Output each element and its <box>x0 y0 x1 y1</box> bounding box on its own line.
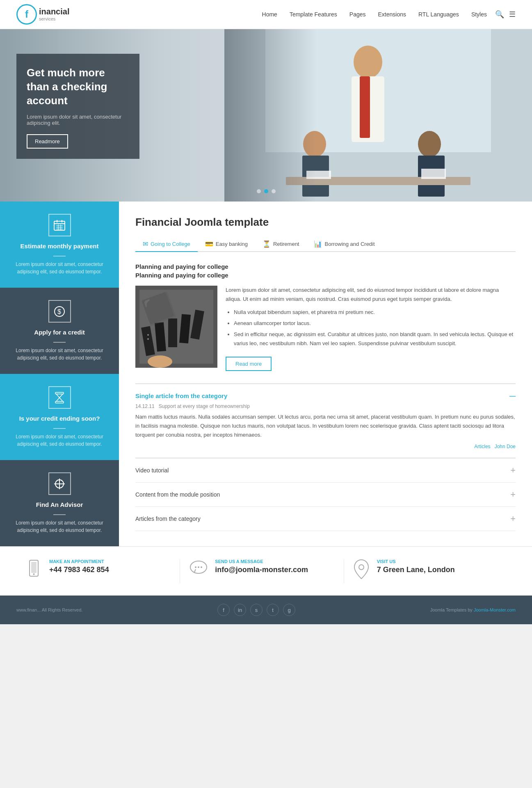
read-more-button[interactable]: Read more <box>226 357 272 371</box>
crosshair-icon <box>48 472 71 495</box>
accordion-articles-label: Articles from the category <box>135 515 201 522</box>
nav-template-features[interactable]: Template Features <box>290 11 337 18</box>
sidebar-divider-4 <box>53 514 66 515</box>
tab-college[interactable]: ✉ Going to College <box>135 237 198 252</box>
hero-dots <box>257 189 276 193</box>
single-article-subtitle: Support at every stage of homeownership <box>159 403 250 409</box>
svg-rect-23 <box>55 392 64 394</box>
single-article-text: Nam mattis luctus mauris. Nulla sodales … <box>135 412 516 440</box>
tab-banking-label: Easy banking <box>216 241 248 247</box>
single-article-meta: Articles John Doe <box>135 444 516 449</box>
article-bullets: Nulla volutpat bibendum sapien, et phare… <box>234 308 516 348</box>
bullet-3: Sed in efficitur neque, ac dignissim est… <box>234 330 516 348</box>
nav-icons: 🔍 ☰ <box>495 10 516 19</box>
main-nav: Home Template Features Pages Extensions … <box>262 11 487 18</box>
nav-pages[interactable]: Pages <box>349 11 366 18</box>
logo-icon: f <box>16 4 37 25</box>
footer-message-value: info@joomla-monster.com <box>215 566 308 574</box>
tab-borrowing[interactable]: 📊 Borrowing and Credit <box>306 237 382 252</box>
sidebar-item-ending[interactable]: Is your credit ending soon? Lorem ipsum … <box>0 374 119 460</box>
sidebar-item-4-title: Find An Advisor <box>36 501 83 508</box>
tab-retirement[interactable]: ⏳ Retirement <box>255 237 307 252</box>
footer-appointment-label: MAKE AN APPOINTMENT <box>49 559 109 564</box>
content-tabs: ✉ Going to College 💳 Easy banking ⏳ Reti… <box>135 237 516 252</box>
footer-info: MAKE AN APPOINTMENT +44 7983 462 854 SEN… <box>0 546 532 596</box>
svg-point-40 <box>33 573 35 575</box>
sidebar-item-2-text: Lorem ipsum dolor sit amet, consectetur … <box>10 347 109 362</box>
hero-subtitle: Lorem ipsum dolor sit amet, consectetur … <box>27 114 129 126</box>
nav-extensions[interactable]: Extensions <box>378 11 406 18</box>
logo-text: inancial services <box>39 7 69 22</box>
accordion-articles-header[interactable]: Articles from the category + <box>135 507 516 531</box>
bullet-1: Nulla volutpat bibendum sapien, et phare… <box>234 308 516 317</box>
svg-rect-6 <box>302 156 329 197</box>
hero-image <box>224 29 532 202</box>
hero-title: Get much more than a checking account <box>27 66 129 108</box>
social-twitter[interactable]: t <box>267 604 279 616</box>
svg-rect-32 <box>168 318 177 347</box>
sidebar: Estimate monthly payment Lorem ipsum dol… <box>0 202 119 546</box>
accordion-section: Video tutorial + Content from the module… <box>135 458 516 531</box>
tab-college-label: Going to College <box>151 241 190 247</box>
tab-banking[interactable]: 💳 Easy banking <box>198 237 255 252</box>
hero-readmore-button[interactable]: Readmore <box>27 134 68 149</box>
svg-rect-10 <box>306 171 331 179</box>
footer-attribution: Joomla Templates by Joomla-Monster.com <box>430 607 516 612</box>
hourglass-icon <box>48 386 71 409</box>
svg-rect-24 <box>55 401 64 403</box>
accordion-video-header[interactable]: Video tutorial + <box>135 458 516 482</box>
menu-icon[interactable]: ☰ <box>509 10 516 19</box>
footer-copyright: www.finan... All Rights Reserved. <box>16 607 82 612</box>
footer-attribution-link[interactable]: Joomla-Monster.com <box>474 607 516 612</box>
svg-point-7 <box>418 131 441 157</box>
social-google[interactable]: g <box>283 604 295 616</box>
svg-point-36 <box>147 338 149 340</box>
sidebar-item-estimate[interactable]: Estimate monthly payment Lorem ipsum dol… <box>0 202 119 288</box>
accordion-articles-toggle[interactable]: + <box>510 514 516 523</box>
footer-visit-value: 7 Green Lane, London <box>377 566 455 574</box>
svg-rect-9 <box>286 177 470 185</box>
nav-rtl[interactable]: RTL Languages <box>418 11 459 18</box>
dot-3[interactable] <box>272 189 276 193</box>
svg-point-45 <box>359 565 364 570</box>
collapse-icon[interactable]: — <box>509 392 516 399</box>
dot-2[interactable] <box>264 189 268 193</box>
svg-point-35 <box>147 334 149 336</box>
social-linkedin[interactable]: in <box>234 604 246 616</box>
svg-point-2 <box>354 46 382 78</box>
tab-banking-icon: 💳 <box>205 240 213 248</box>
sidebar-item-advisor[interactable]: Find An Advisor Lorem ipsum dolor sit am… <box>0 460 119 546</box>
accordion-module-toggle[interactable]: + <box>510 490 516 499</box>
accordion-video-label: Video tutorial <box>135 467 169 474</box>
nav-styles[interactable]: Styles <box>471 11 487 18</box>
social-skype[interactable]: s <box>250 604 263 616</box>
accordion-video-toggle[interactable]: + <box>510 466 516 475</box>
header: f inancial services Home Template Featur… <box>0 0 532 29</box>
nav-home[interactable]: Home <box>262 11 277 18</box>
footer-rights: All Rights Reserved. <box>42 607 83 612</box>
tab-retirement-icon: ⏳ <box>263 240 271 248</box>
sidebar-divider-1 <box>53 256 66 257</box>
footer-appointment: MAKE AN APPOINTMENT +44 7983 462 854 <box>25 559 180 583</box>
hero-overlay: Get much more than a checking account Lo… <box>16 54 139 159</box>
dot-1[interactable] <box>257 189 261 193</box>
article-title-line1: Planning and paying for college <box>135 262 516 271</box>
social-facebook[interactable]: f <box>217 604 230 616</box>
sidebar-item-credit[interactable]: $ Apply for a credit Lorem ipsum dolor s… <box>0 288 119 374</box>
svg-point-5 <box>303 131 326 157</box>
svg-point-43 <box>198 566 199 568</box>
accordion-module-header[interactable]: Content from the module position + <box>135 483 516 506</box>
single-article-title-row: Single article from the category — <box>135 392 516 399</box>
footer-attribution-prefix: Joomla Templates by <box>430 607 474 612</box>
article-header: Planning and paying for college Planning… <box>135 262 516 279</box>
search-icon[interactable]: 🔍 <box>495 10 504 19</box>
logo[interactable]: f inancial services <box>16 4 69 25</box>
article-text-content: Lorem ipsum dolor sit amet, consectetur … <box>226 286 516 371</box>
footer-appointment-value: +44 7983 462 854 <box>49 566 109 574</box>
single-article-date: 14.12.11 Support at every stage of homeo… <box>135 403 516 409</box>
svg-rect-39 <box>31 562 37 573</box>
location-icon <box>352 559 371 583</box>
article-body: Lorem ipsum dolor sit amet, consectetur … <box>135 286 516 371</box>
footer-visit-content: VISIT US 7 Green Lane, London <box>377 559 455 574</box>
footer-appointment-content: MAKE AN APPOINTMENT +44 7983 462 854 <box>49 559 109 574</box>
